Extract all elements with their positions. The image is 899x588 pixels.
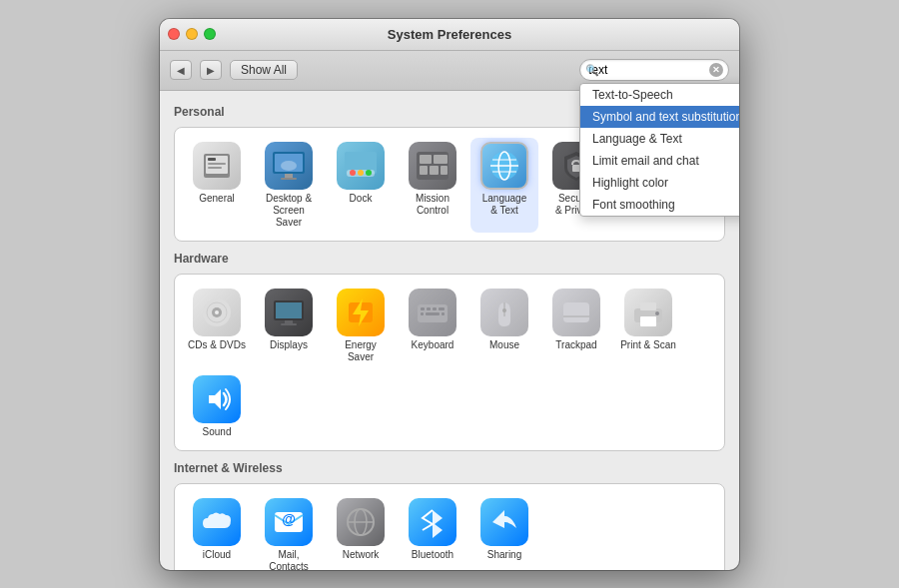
bluetooth-label: Bluetooth (412, 549, 453, 561)
pref-icloud[interactable]: iCloud (183, 494, 251, 570)
search-icon: 🔍 (585, 64, 599, 77)
svg-rect-38 (421, 307, 425, 310)
general-label: General (199, 193, 235, 205)
svg-rect-8 (285, 174, 293, 178)
svg-rect-2 (208, 158, 216, 161)
cds-label: CDs & DVDs (188, 339, 246, 351)
mouse-icon (480, 289, 528, 336)
window-title: System Preferences (388, 27, 511, 42)
pref-keyboard[interactable]: Keyboard (399, 285, 466, 367)
pref-dock[interactable]: Dock (327, 138, 395, 233)
svg-point-29 (215, 310, 219, 314)
titlebar: System Preferences (160, 19, 739, 51)
pref-desktop[interactable]: Desktop &Screen Saver (255, 138, 323, 233)
mission-label: MissionControl (416, 193, 450, 217)
toolbar: ◀ ▶ Show All 🔍 ✕ Text-to-Speech Symbol a… (160, 51, 739, 91)
dropdown-item-symbol-text[interactable]: Symbol and text substitution (580, 106, 739, 128)
svg-text:@: @ (282, 511, 296, 527)
close-button[interactable] (168, 28, 180, 40)
icloud-icon (193, 498, 241, 546)
forward-button[interactable]: ▶ (200, 60, 222, 80)
mail-icon: @ (265, 498, 313, 546)
internet-icons-row: iCloud @ Mail, Contacts& Calendars Netwo… (183, 494, 716, 570)
pref-energy[interactable]: EnergySaver (327, 285, 395, 367)
svg-rect-50 (640, 302, 656, 310)
search-dropdown: Text-to-Speech Symbol and text substitut… (579, 83, 739, 217)
dropdown-item-language-text[interactable]: Language & Text (580, 128, 739, 150)
svg-rect-47 (563, 302, 589, 322)
mail-label: Mail, Contacts& Calendars (259, 549, 319, 570)
keyboard-label: Keyboard (412, 339, 454, 351)
svg-point-14 (366, 170, 372, 176)
sharing-icon (480, 498, 528, 546)
language-label: Language& Text (482, 193, 527, 217)
dropdown-item-font-smooth[interactable]: Font smoothing (580, 194, 739, 216)
dock-icon (337, 142, 385, 190)
displays-icon (265, 289, 313, 336)
minimize-button[interactable] (186, 28, 198, 40)
sound-label: Sound (203, 426, 232, 438)
svg-rect-42 (421, 312, 424, 315)
svg-rect-16 (420, 155, 432, 164)
bluetooth-icon (409, 498, 456, 546)
dock-label: Dock (350, 193, 373, 205)
back-button[interactable]: ◀ (170, 60, 192, 80)
dropdown-item-limit-email[interactable]: Limit email and chat (580, 150, 739, 172)
search-clear-button[interactable]: ✕ (709, 63, 723, 77)
internet-section-label: Internet & Wireless (174, 461, 725, 475)
svg-rect-44 (442, 312, 445, 315)
pref-displays[interactable]: Displays (255, 285, 323, 367)
hardware-icons-row: CDs & DVDs Displays EnergySaver (183, 285, 716, 442)
svg-rect-17 (434, 155, 448, 164)
svg-rect-41 (439, 307, 445, 310)
dropdown-item-text-to-speech[interactable]: Text-to-Speech (580, 84, 739, 106)
pref-trackpad[interactable]: Trackpad (542, 285, 610, 367)
pref-mission[interactable]: MissionControl (399, 138, 466, 233)
svg-rect-4 (208, 167, 222, 169)
pref-general[interactable]: General (183, 138, 251, 233)
pref-language[interactable]: Language& Text (470, 138, 538, 233)
pref-sharing[interactable]: Sharing (470, 494, 538, 570)
print-icon (624, 289, 672, 336)
print-label: Print & Scan (620, 339, 676, 351)
network-label: Network (343, 549, 380, 561)
general-icon (193, 142, 241, 190)
cds-icon (193, 289, 241, 336)
svg-rect-32 (276, 302, 302, 318)
displays-label: Displays (270, 339, 308, 351)
pref-sound[interactable]: Sound (183, 371, 251, 442)
svg-point-52 (655, 311, 659, 315)
svg-rect-18 (420, 166, 428, 175)
keyboard-icon (409, 289, 456, 336)
search-container: 🔍 ✕ Text-to-Speech Symbol and text subst… (579, 59, 729, 81)
pref-cds[interactable]: CDs & DVDs (183, 285, 251, 367)
svg-rect-33 (285, 320, 293, 323)
hardware-section-label: Hardware (174, 252, 725, 266)
mission-icon (409, 142, 456, 190)
language-icon (480, 142, 528, 190)
trackpad-icon (552, 289, 600, 336)
svg-point-7 (281, 161, 297, 171)
network-icon (337, 498, 385, 546)
svg-point-12 (350, 170, 356, 176)
pref-mouse[interactable]: Mouse (470, 285, 538, 367)
svg-rect-9 (281, 178, 297, 180)
svg-point-13 (358, 170, 364, 176)
hardware-section: CDs & DVDs Displays EnergySaver (174, 274, 725, 451)
maximize-button[interactable] (204, 28, 216, 40)
pref-print[interactable]: Print & Scan (614, 285, 682, 367)
svg-rect-20 (441, 166, 448, 175)
system-preferences-window: System Preferences ◀ ▶ Show All 🔍 ✕ Text… (160, 19, 739, 570)
svg-rect-19 (430, 166, 439, 175)
show-all-button[interactable]: Show All (230, 60, 298, 80)
svg-rect-39 (427, 307, 431, 310)
icloud-label: iCloud (203, 549, 231, 561)
sharing-label: Sharing (487, 549, 521, 561)
search-input[interactable] (579, 59, 729, 81)
traffic-lights (168, 28, 216, 40)
dropdown-item-highlight[interactable]: Highlight color (580, 172, 739, 194)
pref-bluetooth[interactable]: Bluetooth (399, 494, 466, 570)
pref-network[interactable]: Network (327, 494, 395, 570)
pref-mail[interactable]: @ Mail, Contacts& Calendars (255, 494, 323, 570)
svg-rect-40 (433, 307, 437, 310)
